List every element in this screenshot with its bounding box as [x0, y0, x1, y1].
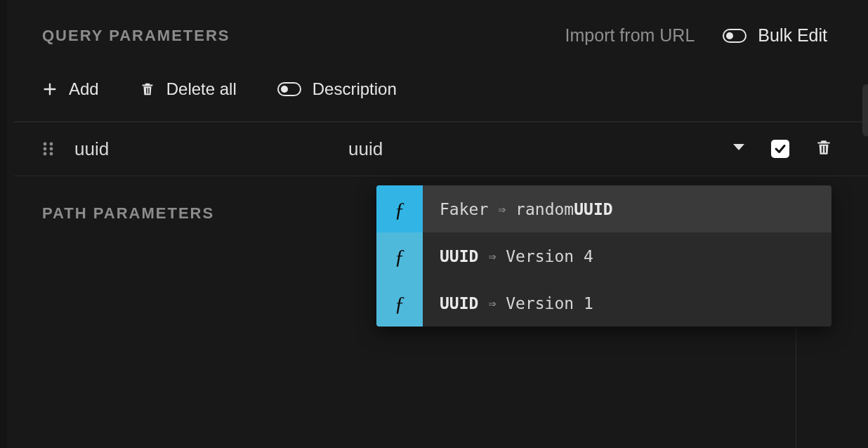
delete-all-label: Delete all	[166, 79, 237, 99]
svg-point-5	[50, 147, 53, 151]
svg-point-3	[50, 143, 53, 146]
value-type-dropdown-button[interactable]	[732, 143, 746, 155]
autocomplete-item-label: UUID ⇒ Version 1	[423, 294, 593, 312]
toggle-icon	[277, 82, 301, 96]
caret-down-icon	[732, 143, 746, 152]
function-badge-icon: ƒ	[376, 232, 423, 279]
description-label: Description	[313, 79, 397, 99]
query-parameters-title: Query Parameters	[42, 27, 230, 45]
bulk-edit-button[interactable]: Bulk Edit	[723, 25, 827, 46]
trash-icon	[140, 81, 155, 98]
divider	[796, 327, 796, 448]
param-key-input[interactable]	[74, 138, 348, 160]
autocomplete-item-uuid-v4[interactable]: ƒ UUID ⇒ Version 4	[376, 232, 831, 279]
toggle-icon	[723, 29, 747, 43]
add-label: Add	[69, 79, 99, 99]
svg-point-6	[44, 152, 47, 156]
autocomplete-item-uuid-v1[interactable]: ƒ UUID ⇒ Version 1	[376, 279, 831, 327]
svg-point-2	[44, 143, 47, 146]
delete-all-button[interactable]: Delete all	[140, 79, 237, 99]
svg-point-7	[50, 152, 53, 156]
arrow-right-icon: ⇒	[488, 249, 496, 263]
query-toolbar: Add Delete all Description	[14, 46, 868, 122]
param-value-input[interactable]	[348, 138, 718, 160]
drag-handle-icon[interactable]	[42, 140, 55, 157]
delete-param-button[interactable]	[815, 138, 833, 160]
function-badge-icon: ƒ	[376, 185, 423, 232]
autocomplete-item-faker-randomuuid[interactable]: ƒ Faker ⇒ randomUUID	[376, 185, 831, 232]
arrow-right-icon: ⇒	[498, 202, 506, 216]
add-button[interactable]: Add	[42, 79, 99, 99]
bulk-edit-label: Bulk Edit	[758, 25, 827, 46]
autocomplete-item-label: UUID ⇒ Version 4	[423, 247, 593, 265]
query-parameters-header: Query Parameters Import from URL Bulk Ed…	[14, 0, 868, 46]
autocomplete-item-label: Faker ⇒ randomUUID	[423, 200, 613, 218]
svg-point-4	[44, 147, 47, 151]
query-param-row	[14, 122, 868, 176]
trash-icon	[815, 138, 833, 157]
plus-icon	[42, 81, 58, 97]
autocomplete-popover: ƒ Faker ⇒ randomUUID ƒ UUID ⇒ Version 4 …	[376, 185, 831, 327]
import-from-url-button[interactable]: Import from URL	[565, 25, 695, 46]
param-enabled-checkbox[interactable]	[771, 140, 789, 158]
description-toggle-button[interactable]: Description	[277, 79, 397, 99]
arrow-right-icon: ⇒	[488, 296, 496, 310]
function-badge-icon: ƒ	[376, 279, 423, 327]
check-icon	[774, 143, 787, 155]
